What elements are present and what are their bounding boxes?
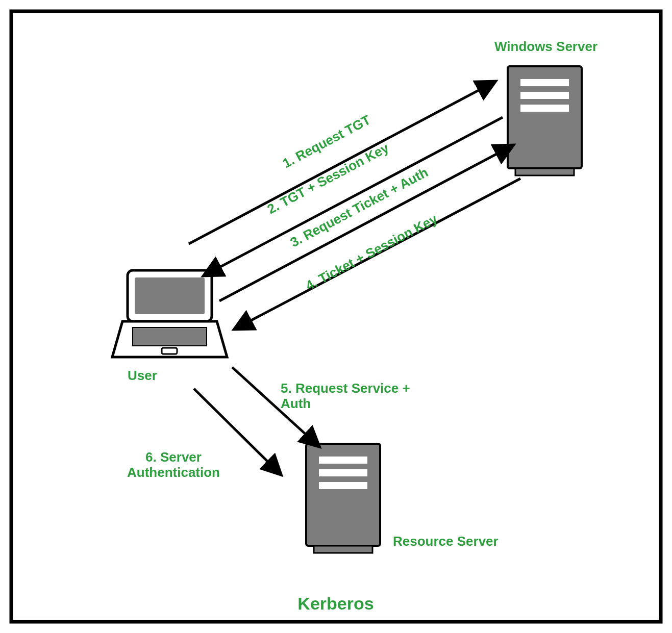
- resource-server-icon: [306, 444, 380, 553]
- kerberos-diagram: Kerberos Windows Server Resource Server …: [0, 0, 672, 633]
- svg-rect-7: [319, 469, 367, 476]
- step5b-label: Auth: [281, 396, 311, 411]
- svg-rect-13: [133, 327, 207, 346]
- svg-rect-1: [520, 79, 569, 86]
- user-label: User: [128, 368, 157, 383]
- windows-server-label: Windows Server: [494, 39, 598, 54]
- step5a-label: 5. Request Service +: [281, 381, 410, 396]
- svg-rect-11: [135, 277, 205, 314]
- step6b-label: Authentication: [127, 465, 220, 480]
- svg-rect-2: [520, 92, 569, 99]
- svg-rect-4: [515, 168, 574, 175]
- diagram-title: Kerberos: [297, 594, 374, 613]
- svg-rect-8: [319, 482, 367, 489]
- svg-rect-14: [162, 348, 177, 354]
- svg-rect-3: [520, 105, 569, 112]
- svg-rect-6: [319, 457, 367, 464]
- step6a-label: 6. Server: [145, 449, 202, 465]
- user-laptop-icon: [112, 270, 227, 357]
- windows-server-icon: [508, 66, 582, 175]
- resource-server-label: Resource Server: [393, 534, 499, 549]
- svg-rect-9: [314, 546, 372, 553]
